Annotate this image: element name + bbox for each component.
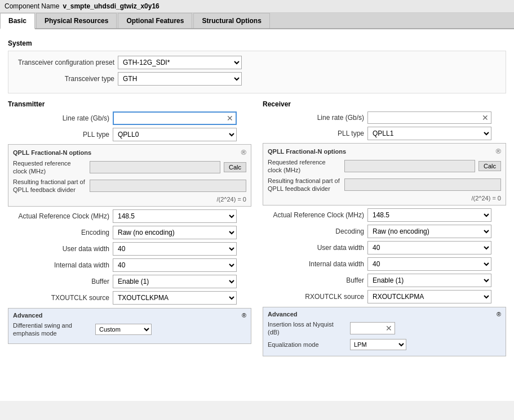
tx-ref-clk-row: Requested reference clock (MHz) 156.25 C… (13, 159, 246, 176)
rx-pll-control: QPLL1 (367, 127, 491, 140)
tx-user-width-label: User data width (8, 245, 109, 253)
rx-ref-clk-row: Requested reference clock (MHz) 156.25 C… (268, 158, 501, 175)
rx-decoding-select[interactable]: Raw (no encoding) (367, 225, 491, 238)
tx-adv-info-icon[interactable]: ® (242, 312, 246, 319)
tx-actual-ref-row: Actual Reference Clock (MHz) 148.5 (8, 209, 251, 223)
tx-diff-swing-select[interactable]: Custom (95, 324, 152, 335)
tab-optional[interactable]: Optional Features (118, 13, 192, 28)
rx-line-rate-clear[interactable]: ✕ (480, 114, 491, 122)
tx-adv-title: Advanced ® (13, 312, 246, 319)
rx-actual-ref-select[interactable]: 148.5 (367, 208, 491, 222)
tx-actual-ref-control: 148.5 (113, 209, 237, 223)
rx-insertion-loss-clear[interactable]: ✕ (383, 324, 395, 332)
rx-internal-width-control: 40 (367, 257, 491, 271)
tx-qpll-section: QPLL Fractional-N options ® Requested re… (8, 144, 251, 207)
rx-calc-btn[interactable]: Calc (478, 161, 501, 171)
rx-actual-ref-control: 148.5 (367, 208, 491, 222)
tx-outclk-row: TXOUTCLK source TXOUTCLKPMA (8, 291, 251, 305)
tx-formula-text: /(2^24) = 0 (13, 196, 246, 203)
rx-frac-label: Resulting fractional part of QPLL feedba… (268, 177, 341, 193)
tx-qpll-info-icon[interactable]: ® (241, 148, 246, 157)
transmitter-title: Transmitter (8, 100, 251, 108)
tx-frac-label: Resulting fractional part of QPLL feedba… (13, 178, 86, 194)
tx-line-rate-clear[interactable]: ✕ (224, 114, 236, 122)
rx-eq-mode-row: Equalization mode LPM (268, 339, 501, 350)
tx-encoding-row: Encoding Raw (no encoding) (8, 226, 251, 239)
system-section: Transceiver configuration preset GTH-12G… (8, 51, 506, 93)
tx-encoding-control: Raw (no encoding) (113, 226, 237, 239)
tx-line-rate-row: Line rate (Gb/s) 11.88 ✕ (8, 111, 251, 125)
rx-qpll-info-icon[interactable]: ® (495, 147, 501, 155)
rx-line-rate-input[interactable]: 11.88 (368, 112, 480, 123)
tx-line-rate-input-wrapper: 11.88 ✕ (113, 111, 237, 125)
rx-outclk-row: RXOUTCLK source RXOUTCLKPMA (263, 290, 506, 303)
transmitter-col: Transmitter Line rate (Gb/s) 11.88 ✕ PLL… (8, 98, 251, 356)
receiver-title: Receiver (263, 100, 506, 108)
rx-buffer-label: Buffer (263, 276, 364, 284)
tx-line-rate-control: 11.88 ✕ (113, 111, 237, 125)
rx-user-width-row: User data width 40 (263, 241, 506, 254)
trans-config-select[interactable]: GTH-12G_SDI* (118, 56, 242, 69)
rx-internal-width-select[interactable]: 40 (367, 257, 491, 271)
rx-ref-clk-input[interactable]: 156.25 (344, 160, 475, 172)
rx-adv-info-icon[interactable]: ® (497, 311, 501, 318)
rx-line-rate-label: Line rate (Gb/s) (263, 114, 364, 122)
tx-internal-width-label: Internal data width (8, 261, 109, 269)
rx-buffer-row: Buffer Enable (1) (263, 274, 506, 287)
tx-calc-btn[interactable]: Calc (224, 162, 246, 172)
tx-line-rate-input[interactable]: 11.88 (114, 113, 224, 124)
tx-ref-clk-label: Requested reference clock (MHz) (13, 159, 86, 176)
tx-qpll-title: QPLL Fractional-N options ® (13, 148, 246, 157)
trans-config-control: GTH-12G_SDI* (118, 56, 242, 69)
rx-user-width-control: 40 (367, 241, 491, 254)
tx-user-width-control: 40 (113, 242, 237, 256)
rx-line-rate-row: Line rate (Gb/s) 11.88 ✕ (263, 111, 506, 124)
rx-insertion-loss-input[interactable]: 14 (351, 323, 383, 334)
tx-actual-ref-select[interactable]: 148.5 (113, 209, 237, 223)
tab-structural[interactable]: Structural Options (193, 13, 269, 28)
tx-outclk-label: TXOUTCLK source (8, 294, 109, 302)
rx-eq-mode-select[interactable]: LPM (350, 339, 406, 350)
tx-diff-swing-label: Differential swing and emphasis mode (13, 321, 92, 338)
rx-pll-label: PLL type (263, 129, 364, 137)
rx-internal-width-label: Internal data width (263, 260, 364, 268)
rx-decoding-label: Decoding (263, 227, 364, 235)
tx-buffer-row: Buffer Enable (1) (8, 275, 251, 288)
tx-internal-width-select[interactable]: 40 (113, 258, 237, 272)
tx-buffer-select[interactable]: Enable (1) (113, 275, 237, 288)
trans-config-label: Transceiver configuration preset (13, 59, 114, 66)
tx-frac-row: Resulting fractional part of QPLL feedba… (13, 178, 246, 194)
tx-frac-input[interactable]: 0 (90, 180, 246, 192)
trans-type-control: GTH (118, 72, 242, 86)
main-content: System Transceiver configuration preset … (0, 29, 514, 401)
tab-bar: Basic Physical Resources Optional Featur… (0, 13, 514, 29)
trans-type-select[interactable]: GTH (118, 72, 242, 86)
rx-advanced-section: Advanced ® Insertion loss at Nyquist (dB… (263, 307, 506, 356)
rx-line-rate-control: 11.88 ✕ (367, 111, 491, 124)
tab-physical[interactable]: Physical Resources (36, 13, 117, 28)
rx-internal-width-row: Internal data width 40 (263, 257, 506, 271)
tx-user-width-select[interactable]: 40 (113, 242, 237, 256)
tx-internal-width-control: 40 (113, 258, 237, 272)
rx-user-width-select[interactable]: 40 (367, 241, 491, 254)
tx-ref-clk-input[interactable]: 156.25 (90, 161, 220, 173)
system-section-title: System (8, 39, 506, 47)
rx-pll-select[interactable]: QPLL1 (367, 127, 491, 140)
tx-actual-ref-label: Actual Reference Clock (MHz) (8, 212, 109, 220)
rx-formula-text: /(2^24) = 0 (268, 195, 501, 202)
rx-frac-input[interactable]: 0 (344, 178, 501, 191)
receiver-col: Receiver Line rate (Gb/s) 11.88 ✕ PLL ty… (263, 98, 506, 356)
tx-buffer-control: Enable (1) (113, 275, 237, 288)
tx-encoding-select[interactable]: Raw (no encoding) (113, 226, 237, 239)
rx-buffer-select[interactable]: Enable (1) (367, 274, 491, 287)
tx-pll-select[interactable]: QPLL0 (113, 128, 237, 141)
tx-advanced-section: Advanced ® Differential swing and emphas… (8, 308, 251, 344)
tx-outclk-control: TXOUTCLKPMA (113, 291, 237, 305)
rx-insertion-loss-label: Insertion loss at Nyquist (dB) (268, 320, 347, 337)
tab-basic[interactable]: Basic (0, 13, 35, 29)
rx-outclk-label: RXOUTCLK source (263, 293, 364, 301)
tx-outclk-select[interactable]: TXOUTCLKPMA (113, 291, 237, 305)
rx-outclk-select[interactable]: RXOUTCLKPMA (367, 290, 491, 303)
two-col-section: Transmitter Line rate (Gb/s) 11.88 ✕ PLL… (8, 98, 506, 356)
component-name-label: Component Name (5, 2, 59, 10)
